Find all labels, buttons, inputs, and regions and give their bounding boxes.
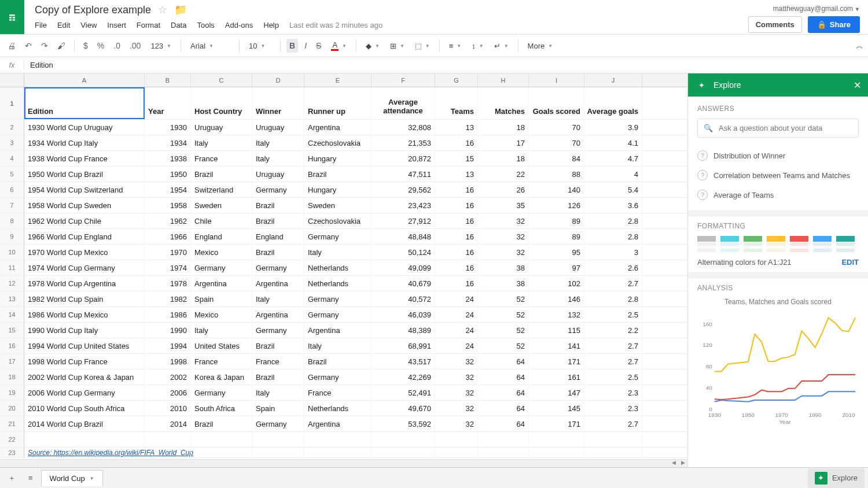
- row-header[interactable]: 20: [0, 401, 24, 416]
- row-header[interactable]: 16: [0, 338, 24, 353]
- cell[interactable]: Uruguay: [252, 167, 304, 182]
- cell[interactable]: 1966: [145, 229, 191, 244]
- cell[interactable]: 132: [529, 307, 584, 322]
- cell[interactable]: 49,099: [372, 260, 435, 275]
- cell[interactable]: Argentina: [252, 276, 304, 291]
- h-scrollbar[interactable]: ◀▶: [0, 459, 687, 467]
- cell[interactable]: 64: [478, 354, 529, 369]
- cell[interactable]: [191, 448, 252, 457]
- cell[interactable]: 16: [435, 245, 478, 260]
- cell[interactable]: South Africa: [191, 401, 252, 416]
- cell[interactable]: Italy: [304, 338, 372, 353]
- merge-dropdown[interactable]: ⬚▼: [411, 40, 433, 52]
- star-icon[interactable]: ☆: [158, 3, 167, 16]
- collapse-toolbar-icon[interactable]: ︽: [856, 40, 863, 51]
- cell[interactable]: 64: [478, 369, 529, 385]
- cell[interactable]: 2002 World Cup Korea & Japan: [24, 369, 145, 385]
- cell[interactable]: [584, 432, 642, 447]
- cell[interactable]: Italy: [252, 291, 304, 306]
- cell[interactable]: 13: [435, 120, 478, 135]
- cell[interactable]: France: [191, 354, 252, 369]
- textcolor-dropdown[interactable]: A▼: [328, 39, 350, 53]
- menu-add-ons[interactable]: Add-ons: [225, 21, 253, 29]
- cell[interactable]: 171: [529, 354, 584, 369]
- cell[interactable]: Hungary: [304, 182, 372, 197]
- doc-title[interactable]: Copy of Explore example: [35, 4, 151, 16]
- edit-button[interactable]: EDIT: [841, 258, 859, 267]
- cell[interactable]: 35: [478, 198, 529, 213]
- menu-format[interactable]: Format: [137, 21, 160, 29]
- increase-decimal-icon[interactable]: .00: [127, 39, 144, 53]
- sheet-tab[interactable]: World Cup▼: [41, 470, 103, 486]
- cell[interactable]: [478, 448, 529, 457]
- col-header-J[interactable]: J: [584, 73, 642, 87]
- cell[interactable]: 1934 World Cup Italy: [24, 135, 145, 150]
- cell[interactable]: 16: [435, 182, 478, 197]
- cell[interactable]: 2006 World Cup Germany: [24, 385, 145, 400]
- cell[interactable]: Brazil: [191, 167, 252, 182]
- cell[interactable]: Switzerland: [191, 182, 252, 197]
- cell[interactable]: 2.3: [584, 385, 642, 400]
- row-header[interactable]: 8: [0, 213, 24, 228]
- cell[interactable]: 1950 World Cup Brazil: [24, 167, 145, 182]
- color-chip[interactable]: [720, 236, 739, 252]
- bold-icon[interactable]: B: [286, 39, 298, 53]
- cell[interactable]: [372, 448, 435, 457]
- cell[interactable]: 1982 World Cup Spain: [24, 291, 145, 306]
- cell[interactable]: 48,848: [372, 229, 435, 244]
- color-chip[interactable]: [767, 236, 785, 252]
- row-header[interactable]: 7: [0, 198, 24, 213]
- cell[interactable]: 29,562: [372, 182, 435, 197]
- cell[interactable]: 3: [584, 245, 642, 260]
- cell[interactable]: 2.7: [584, 338, 642, 353]
- ask-box[interactable]: 🔍: [697, 119, 859, 138]
- cell[interactable]: [145, 448, 191, 457]
- user-email[interactable]: matthewguay@gmail.com▼: [748, 5, 860, 13]
- header-cell[interactable]: Edition: [24, 87, 145, 119]
- all-sheets-icon[interactable]: ≡: [24, 470, 38, 486]
- header-cell[interactable]: Average attendance: [372, 87, 435, 119]
- cell[interactable]: Argentina: [191, 276, 252, 291]
- cell[interactable]: 102: [529, 276, 584, 291]
- col-header-G[interactable]: G: [435, 73, 478, 87]
- cell[interactable]: [584, 448, 642, 457]
- cell[interactable]: 1958: [145, 198, 191, 213]
- cell[interactable]: Sweden: [304, 198, 372, 213]
- cell[interactable]: 70: [529, 120, 584, 135]
- print-icon[interactable]: 🖨: [5, 39, 19, 53]
- cell[interactable]: England: [252, 229, 304, 244]
- cell[interactable]: 2.8: [584, 229, 642, 244]
- fontsize-dropdown[interactable]: 10▼: [245, 40, 274, 52]
- suggest-item[interactable]: ?Correlation between Teams and Matches: [697, 165, 859, 185]
- cell[interactable]: 2.2: [584, 323, 642, 338]
- cell[interactable]: 64: [478, 385, 529, 400]
- cell[interactable]: 32: [478, 213, 529, 228]
- cell[interactable]: Argentina: [304, 323, 372, 338]
- cell[interactable]: Korea & Japan: [191, 369, 252, 385]
- cell[interactable]: 97: [529, 260, 584, 275]
- cell[interactable]: 89: [529, 229, 584, 244]
- cell[interactable]: Brazil: [252, 198, 304, 213]
- header-cell[interactable]: Runner up: [304, 87, 372, 119]
- cell[interactable]: 13: [435, 167, 478, 182]
- cell[interactable]: Uruguay: [191, 120, 252, 135]
- row-header[interactable]: 5: [0, 167, 24, 182]
- cell[interactable]: Italy: [304, 245, 372, 260]
- menu-file[interactable]: File: [35, 21, 47, 29]
- cell[interactable]: 4.1: [584, 135, 642, 150]
- color-chip[interactable]: [790, 236, 808, 252]
- cell[interactable]: 88: [529, 167, 584, 182]
- cell[interactable]: Germany: [304, 369, 372, 385]
- comments-button[interactable]: Comments: [748, 16, 802, 33]
- cell[interactable]: Sweden: [191, 198, 252, 213]
- cell[interactable]: France: [304, 385, 372, 400]
- cell[interactable]: France: [191, 151, 252, 166]
- cell[interactable]: 16: [435, 213, 478, 228]
- cell[interactable]: 95: [529, 245, 584, 260]
- cell[interactable]: [252, 432, 304, 447]
- cell[interactable]: 52: [478, 307, 529, 322]
- cell[interactable]: 1938: [145, 151, 191, 166]
- sheets-logo[interactable]: [0, 0, 24, 34]
- cell[interactable]: 2.8: [584, 213, 642, 228]
- cell[interactable]: 147: [529, 385, 584, 400]
